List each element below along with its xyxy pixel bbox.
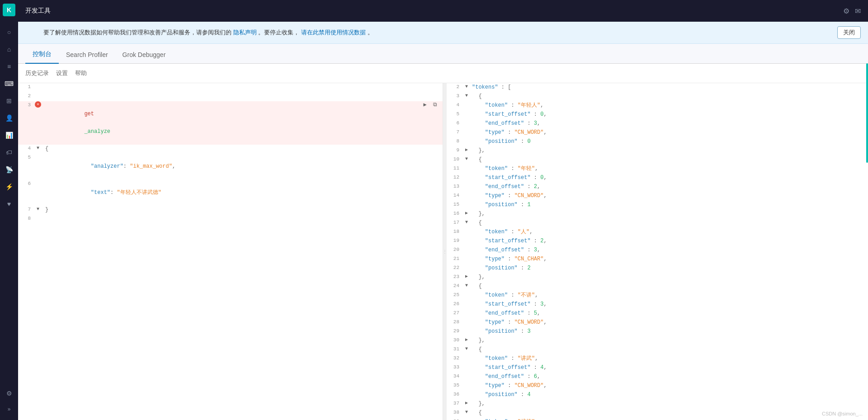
- json-line: 22 "position" : 2: [447, 264, 868, 273]
- json-line: 12 "start_offset" : 0,: [447, 174, 868, 183]
- fold-icon[interactable]: ▼: [463, 282, 470, 289]
- scroll-accent: [866, 83, 868, 163]
- json-line: 25 "token" : "不讲",: [447, 291, 868, 300]
- settings-icon[interactable]: ⚙: [843, 7, 849, 15]
- banner-close-button[interactable]: 关闭: [837, 26, 861, 39]
- code-line: 6 "text": "年轻人不讲武德": [18, 180, 443, 206]
- fold-icon[interactable]: ▶: [463, 273, 470, 280]
- sidebar-item-user[interactable]: 👤: [2, 111, 16, 125]
- top-bar-icons: ⚙ ✉: [843, 7, 861, 15]
- mail-icon[interactable]: ✉: [855, 7, 861, 15]
- json-line: 26 "start_offset" : 3,: [447, 300, 868, 309]
- sidebar: K ○ ⌂ ≡ ⌨ ⊞ 👤 📊 🏷 📡 ⚡ ♥ ⚙ »: [0, 0, 18, 420]
- tab-search-profiler[interactable]: Search Profiler: [59, 47, 115, 64]
- json-line: 21 "type" : "CN_CHAR",: [447, 255, 868, 264]
- code-line: 7 ▼ }: [18, 206, 443, 215]
- code-editor-panel: 1 2 3 ✕ get: [18, 83, 443, 420]
- json-line: 19 "start_offset" : 2,: [447, 237, 868, 246]
- fold-icon[interactable]: ▼: [463, 219, 470, 226]
- sidebar-expand-button[interactable]: »: [2, 402, 16, 416]
- toolbar: 历史记录 设置 帮助: [18, 64, 868, 83]
- sidebar-item-radio[interactable]: 📡: [2, 162, 16, 177]
- json-line: 39 "token" : "武德",: [447, 418, 868, 420]
- json-line: 3 ▼ {: [447, 92, 868, 101]
- json-line: 32 "token" : "讲武",: [447, 354, 868, 363]
- sidebar-item-tag[interactable]: 🏷: [2, 145, 16, 160]
- json-line: 36 "position" : 4: [447, 391, 868, 400]
- sidebar-item-chart[interactable]: 📊: [2, 128, 16, 142]
- banner-text: 要了解使用情况数据如何帮助我们管理和改善产品和服务，请参阅我们的 隐私声明 。要…: [43, 28, 832, 37]
- json-line: 4 "token" : "年轻人",: [447, 101, 868, 110]
- banner-privacy-link[interactable]: 隐私声明: [233, 29, 259, 36]
- json-line: 2 ▼ "tokens" : [: [447, 83, 868, 92]
- toolbar-help-button[interactable]: 帮助: [75, 67, 87, 79]
- json-line: 8 "position" : 0: [447, 137, 868, 146]
- json-output-panel: 2 ▼ "tokens" : [ 3 ▼ { 4 "token" : "年轻人"…: [447, 83, 868, 420]
- json-line: 37 ▶ },: [447, 400, 868, 409]
- json-line: 5 "start_offset" : 0,: [447, 110, 868, 119]
- code-line: 8: [18, 215, 443, 224]
- json-line: 35 "type" : "CN_WORD",: [447, 382, 868, 391]
- method-keyword: get: [84, 111, 94, 117]
- app-logo[interactable]: K: [3, 4, 15, 16]
- watermark: CSDN @simon_...: [822, 411, 863, 416]
- sidebar-item-gear[interactable]: ⚙: [2, 386, 16, 401]
- panel-divider[interactable]: ⋮: [443, 83, 447, 420]
- fold-icon[interactable]: ▶: [463, 146, 470, 154]
- fold-icon[interactable]: ▶: [463, 400, 470, 407]
- sidebar-item-clock[interactable]: ○: [2, 25, 16, 39]
- json-line: 17 ▼ {: [447, 219, 868, 228]
- json-line: 23 ▶ },: [447, 273, 868, 282]
- code-line: 4 ▼ {: [18, 145, 443, 154]
- code-line: 1: [18, 83, 443, 92]
- sidebar-item-bolt[interactable]: ⚡: [2, 179, 16, 194]
- run-button[interactable]: ▶: [421, 101, 429, 109]
- json-line: 38 ▼ {: [447, 409, 868, 418]
- tab-grok-debugger[interactable]: Grok Debugger: [115, 47, 173, 64]
- json-line: 24 ▼ {: [447, 282, 868, 291]
- json-line: 7 "type" : "CN_WORD",: [447, 128, 868, 137]
- toolbar-settings-button[interactable]: 设置: [56, 67, 68, 79]
- sidebar-item-home[interactable]: ⌂: [2, 42, 16, 57]
- toolbar-history-button[interactable]: 历史记录: [25, 67, 49, 79]
- json-line: 10 ▼ {: [447, 156, 868, 165]
- fold-gutter[interactable]: ▼: [34, 145, 42, 152]
- fold-gutter[interactable]: ▼: [34, 206, 42, 213]
- fold-icon[interactable]: ▼: [463, 345, 470, 353]
- line-actions: ▶ ⧉: [421, 101, 443, 109]
- sidebar-item-layers[interactable]: ≡: [2, 59, 16, 74]
- tab-bar: 控制台 Search Profiler Grok Debugger: [18, 44, 868, 64]
- sidebar-item-heart[interactable]: ♥: [2, 197, 16, 211]
- json-line: 11 "token" : "年轻",: [447, 165, 868, 174]
- fold-icon[interactable]: ▶: [463, 336, 470, 344]
- json-line: 15 "position" : 1: [447, 201, 868, 210]
- main-content: 开发工具 ⚙ ✉ 要了解使用情况数据如何帮助我们管理和改善产品和服务，请参阅我们…: [18, 0, 868, 420]
- json-line: 28 "type" : "CN_WORD",: [447, 318, 868, 327]
- sidebar-item-grid[interactable]: ⊞: [2, 94, 16, 108]
- info-banner: 要了解使用情况数据如何帮助我们管理和改善产品和服务，请参阅我们的 隐私声明 。要…: [18, 22, 868, 44]
- json-editor[interactable]: 2 ▼ "tokens" : [ 3 ▼ { 4 "token" : "年轻人"…: [447, 83, 868, 420]
- json-line: 31 ▼ {: [447, 345, 868, 354]
- fold-icon[interactable]: ▼: [463, 83, 470, 90]
- tab-console[interactable]: 控制台: [25, 46, 59, 64]
- json-line: 13 "end_offset" : 2,: [447, 183, 868, 192]
- error-icon: ✕: [35, 101, 41, 108]
- editor-area: 1 2 3 ✕ get: [18, 83, 868, 420]
- app-title: 开发工具: [25, 7, 51, 15]
- banner-disable-link[interactable]: 请在此禁用使用情况数据: [301, 29, 368, 36]
- json-line: 30 ▶ },: [447, 336, 868, 345]
- sidebar-item-dev[interactable]: ⌨: [2, 76, 16, 91]
- fold-icon[interactable]: ▼: [463, 156, 470, 163]
- json-line: 20 "end_offset" : 3,: [447, 246, 868, 255]
- code-line: 2: [18, 92, 443, 101]
- json-line: 27 "end_offset" : 5,: [447, 309, 868, 318]
- json-line: 14 "type" : "CN_WORD",: [447, 192, 868, 201]
- code-editor[interactable]: 1 2 3 ✕ get: [18, 83, 443, 420]
- copy-button[interactable]: ⧉: [431, 101, 439, 109]
- fold-icon[interactable]: ▼: [463, 92, 470, 99]
- json-line: 6 "end_offset" : 3,: [447, 119, 868, 128]
- fold-icon[interactable]: ▼: [463, 409, 470, 416]
- fold-icon[interactable]: ▶: [463, 210, 470, 217]
- code-line: 5 "analyzer": "ik_max_word",: [18, 154, 443, 180]
- path-keyword: _analyze: [84, 128, 110, 135]
